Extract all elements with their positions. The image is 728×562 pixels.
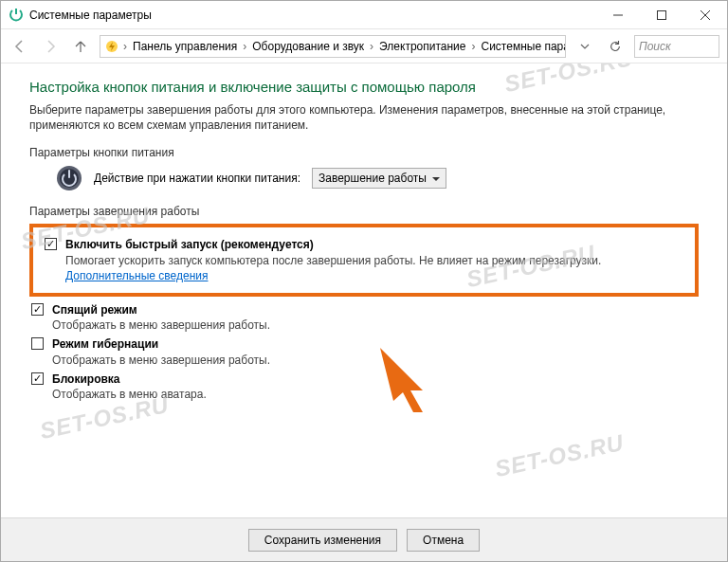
hibernate-checkbox[interactable] (31, 337, 44, 350)
chevron-right-icon: › (471, 40, 475, 53)
page-heading: Настройка кнопок питания и включение защ… (29, 79, 699, 95)
power-options-icon (104, 39, 119, 54)
power-button-action-label: Действие при нажатии кнопки питания: (94, 172, 300, 185)
fast-startup-checkbox[interactable] (45, 238, 57, 250)
chevron-right-icon: › (243, 40, 246, 53)
titlebar: Системные параметры (1, 1, 727, 29)
content-area: Настройка кнопок питания и включение защ… (1, 63, 727, 517)
save-button[interactable]: Сохранить изменения (248, 529, 397, 552)
highlighted-option: Включить быстрый запуск (рекомендуется) … (29, 224, 699, 297)
lock-title: Блокировка (52, 372, 120, 386)
search-input[interactable]: Поиск (634, 35, 719, 58)
nav-up-button[interactable] (69, 35, 92, 58)
window-title: Системные параметры (29, 9, 152, 22)
dropdown-history-button[interactable] (573, 35, 596, 58)
navbar: › Панель управления › Оборудование и зву… (1, 29, 727, 63)
nav-back-button[interactable] (9, 35, 31, 58)
option-sleep: Спящий режим Отображать в меню завершени… (29, 302, 699, 333)
sleep-desc: Отображать в меню завершения работы. (52, 318, 270, 332)
option-fast-startup: Включить быстрый запуск (рекомендуется) … (43, 237, 685, 283)
hibernate-title: Режим гибернации (52, 337, 158, 351)
breadcrumb-item[interactable]: Электропитание (377, 40, 467, 53)
svg-rect-0 (15, 9, 17, 14)
lock-desc: Отображать в меню аватара. (52, 388, 207, 401)
section-shutdown-label: Параметры завершения работы (29, 205, 699, 218)
option-lock: Блокировка Отображать в меню аватара. (29, 372, 699, 402)
close-button[interactable] (683, 1, 727, 29)
fast-startup-title: Включить быстрый запуск (рекомендуется) (65, 238, 314, 251)
more-info-link[interactable]: Дополнительные сведения (65, 269, 208, 282)
power-button-action-row: Действие при нажатии кнопки питания: Зав… (56, 165, 699, 191)
chevron-right-icon: › (370, 40, 373, 53)
breadcrumb-item[interactable]: Оборудование и звук (250, 40, 366, 53)
section-power-button-label: Параметры кнопки питания (29, 146, 699, 159)
breadcrumb-item[interactable]: Панель управления (131, 40, 239, 53)
app-icon (9, 8, 24, 23)
refresh-button[interactable] (604, 35, 627, 58)
lock-checkbox[interactable] (31, 372, 44, 385)
footer: Сохранить изменения Отмена (1, 517, 727, 561)
maximize-button[interactable] (640, 1, 683, 29)
hibernate-desc: Отображать в меню завершения работы. (52, 354, 270, 367)
power-icon (56, 165, 82, 191)
intro-text: Выберите параметры завершения работы для… (29, 102, 699, 133)
sleep-title: Спящий режим (52, 303, 137, 317)
option-hibernate: Режим гибернации Отображать в меню завер… (29, 336, 699, 367)
chevron-right-icon: › (123, 40, 127, 53)
breadcrumb-item[interactable]: Системные параметры (479, 40, 566, 53)
watermark: SET-OS.RU (493, 429, 627, 482)
minimize-button[interactable] (596, 1, 640, 29)
sleep-checkbox[interactable] (31, 303, 44, 316)
power-button-action-select[interactable]: Завершение работы (312, 168, 446, 189)
nav-forward-button[interactable] (39, 35, 62, 58)
breadcrumb[interactable]: › Панель управления › Оборудование и зву… (100, 35, 566, 58)
cancel-button[interactable]: Отмена (407, 529, 480, 552)
svg-rect-2 (658, 10, 666, 19)
window-frame: Системные параметры › Панель управления … (0, 0, 728, 562)
fast-startup-desc: Помогает ускорить запуск компьютера посл… (65, 254, 601, 267)
